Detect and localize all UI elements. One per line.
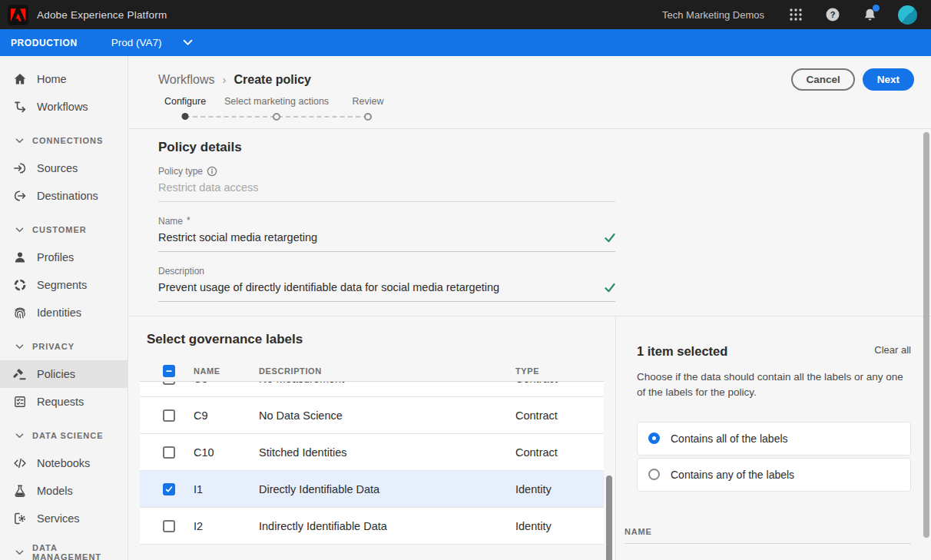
sidebar-section-connections[interactable]: CONNECTIONS xyxy=(0,127,128,154)
sidebar-item-services[interactable]: Services xyxy=(0,505,128,532)
option-contains-all-labels[interactable]: Contains all of the labels xyxy=(637,422,911,456)
cell-description: No Data Science xyxy=(259,409,515,422)
cell-description: Directly Identifiable Data xyxy=(259,483,515,495)
row-checkbox[interactable] xyxy=(163,409,175,422)
column-header-description: DESCRIPTION xyxy=(259,366,515,376)
cancel-button[interactable]: Cancel xyxy=(791,68,854,91)
sidebar-item-label: Workflows xyxy=(37,101,88,113)
cell-type: Contract xyxy=(515,446,604,459)
clear-all-link[interactable]: Clear all xyxy=(874,344,911,356)
cell-name: C9 xyxy=(194,409,259,422)
sidebar-item-label: Models xyxy=(37,485,73,497)
info-icon[interactable] xyxy=(207,166,217,177)
sidebar-item-segments[interactable]: Segments xyxy=(0,271,128,299)
option-label: Contains all of the labels xyxy=(671,432,788,445)
sidebar-item-label: Segments xyxy=(37,279,87,291)
table-scroll-viewport: C8 No Measurement Contract C9 No Data Sc… xyxy=(140,382,604,558)
name-field[interactable]: Restrict social media retargeting xyxy=(158,231,615,252)
name-field-group: Name * Restrict social media retargeting xyxy=(158,216,615,252)
sidebar-item-profiles[interactable]: Profiles xyxy=(0,244,128,271)
svg-text:?: ? xyxy=(830,10,836,19)
app-title: Adobe Experience Platform xyxy=(37,9,167,21)
sidebar-section-label: DATA SCIENCE xyxy=(32,431,103,440)
adobe-experience-platform-app: Adobe Experience Platform Tech Marketing… xyxy=(0,0,931,560)
description-field-group: Description Prevent usage of directly id… xyxy=(158,266,615,302)
table-row-c8[interactable]: C8 No Measurement Contract xyxy=(140,382,604,397)
policy-type-field[interactable]: Restrict data access xyxy=(158,181,615,202)
next-button[interactable]: Next xyxy=(863,68,914,91)
step-indicator: Configure Select marketing actions Revie… xyxy=(128,91,931,127)
table-header-row: NAME DESCRIPTION TYPE xyxy=(140,361,604,382)
name-label: Name xyxy=(158,216,183,227)
services-icon xyxy=(13,512,27,525)
sidebar-item-workflows[interactable]: Workflows xyxy=(0,93,128,121)
sidebar-item-policies[interactable]: Policies xyxy=(0,360,128,388)
sidebar-item-label: Profiles xyxy=(37,251,74,263)
adobe-logo[interactable] xyxy=(8,5,28,25)
chevron-down-icon xyxy=(15,340,24,353)
row-checkbox[interactable] xyxy=(163,446,175,459)
notebooks-icon xyxy=(13,456,27,470)
step-dot-configure-active xyxy=(182,113,189,120)
description-field[interactable]: Prevent usage of directly identifiable d… xyxy=(158,281,615,302)
breadcrumb-workflows-link[interactable]: Workflows xyxy=(158,73,215,87)
sidebar-section-label: DATA MANAGEMENT xyxy=(32,543,128,560)
row-checkbox[interactable] xyxy=(163,382,175,385)
env-chevron-down-icon[interactable] xyxy=(183,38,193,47)
governance-labels-title: Select governance labels xyxy=(147,332,615,347)
requests-icon xyxy=(13,395,27,409)
sidebar-item-label: Policies xyxy=(37,368,75,380)
sidebar-item-label: Notebooks xyxy=(37,457,90,469)
selection-panel: 1 item selected Clear all Choose if the … xyxy=(616,316,931,560)
sidebar-section-label: CONNECTIONS xyxy=(32,136,103,145)
sidebar-section-label: PRIVACY xyxy=(32,342,75,351)
sidebar-item-label: Identities xyxy=(37,307,81,319)
valid-check-icon xyxy=(605,283,615,293)
main-scrollbar-thumb[interactable] xyxy=(923,132,929,538)
policy-type-field-group: Policy type Restrict data access xyxy=(158,166,615,202)
panel-name-column-header: NAME xyxy=(625,527,911,536)
sidebar-item-sources[interactable]: Sources xyxy=(0,154,128,182)
selected-count: 1 item selected xyxy=(637,344,727,359)
identities-icon xyxy=(13,306,27,320)
sidebar-section-data-management[interactable]: DATA MANAGEMENT xyxy=(0,538,128,560)
table-row-c10[interactable]: C10 Stitched Identities Contract xyxy=(140,434,604,471)
cell-type: Contract xyxy=(515,409,604,422)
option-contains-any-labels[interactable]: Contains any of the labels xyxy=(637,458,911,492)
sidebar-item-notebooks[interactable]: Notebooks xyxy=(0,449,128,477)
home-icon xyxy=(13,72,27,86)
profiles-icon xyxy=(13,250,27,264)
cell-type: Contract xyxy=(515,382,604,385)
sidebar-item-identities[interactable]: Identities xyxy=(0,299,128,326)
option-label: Contains any of the labels xyxy=(671,469,794,481)
selection-instruction: Choose if the data should contain all th… xyxy=(637,369,910,401)
governance-labels-section: Select governance labels NAME DESCRIPTIO… xyxy=(128,316,616,560)
table-scrollbar-thumb[interactable] xyxy=(606,476,612,560)
app-grid-icon[interactable] xyxy=(787,6,804,23)
sidebar-item-models[interactable]: Models xyxy=(0,477,128,505)
table-row-c9[interactable]: C9 No Data Science Contract xyxy=(140,397,604,434)
sidebar-section-data-science[interactable]: DATA SCIENCE xyxy=(0,422,128,449)
sidebar-section-label: CUSTOMER xyxy=(32,225,87,234)
step-dot-select-marketing-actions xyxy=(273,113,280,121)
sidebar-item-destinations[interactable]: Destinations xyxy=(0,182,128,210)
table-row-i1-selected[interactable]: I1 Directly Identifiable Data Identity xyxy=(140,471,604,508)
cell-description: Stitched Identities xyxy=(259,446,515,459)
row-checkbox-checked[interactable] xyxy=(163,483,175,495)
sidebar-section-customer[interactable]: CUSTOMER xyxy=(0,216,128,244)
sidebar-section-privacy[interactable]: PRIVACY xyxy=(0,333,128,360)
row-checkbox[interactable] xyxy=(163,520,175,532)
policy-type-label: Policy type xyxy=(158,166,203,177)
step-dot-review xyxy=(364,113,372,121)
workflows-icon xyxy=(13,100,27,114)
notifications-bell-icon[interactable] xyxy=(861,6,878,23)
step-label-configure: Configure xyxy=(164,96,206,107)
table-row-i2[interactable]: I2 Indirectly Identifiable Data Identity xyxy=(140,508,604,545)
cell-name: C10 xyxy=(194,446,259,459)
help-icon[interactable]: ? xyxy=(824,6,841,23)
select-all-checkbox-indeterminate[interactable] xyxy=(163,365,175,377)
sidebar-item-home[interactable]: Home xyxy=(0,65,128,93)
notification-dot xyxy=(873,5,880,12)
sidebar-item-requests[interactable]: Requests xyxy=(0,388,128,416)
user-avatar[interactable] xyxy=(898,5,917,25)
